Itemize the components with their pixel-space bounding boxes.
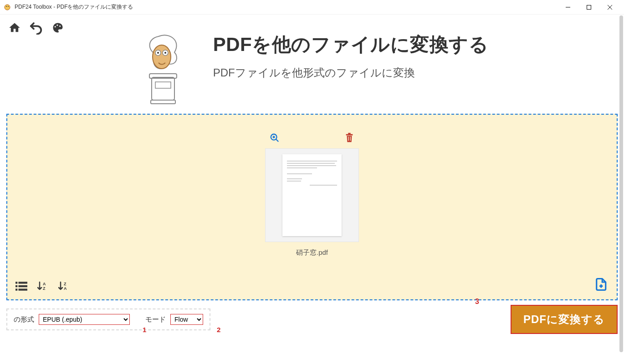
content-area: PDFを他のファイルに変換する PDFファイルを他形式のファイルに変換 — [0, 15, 624, 364]
svg-point-7 — [55, 26, 56, 27]
home-icon[interactable] — [8, 21, 21, 34]
dropzone[interactable]: 硝子窓.pdf AZ ZA — [6, 114, 618, 300]
file-name: 硝子窓.pdf — [296, 248, 328, 257]
options-row: の形式 EPUB (.epub) モード Flow 1 2 3 PDFに変換する — [6, 305, 618, 334]
svg-point-9 — [59, 25, 61, 27]
hero: PDFを他のファイルに変換する PDFファイルを他形式のファイルに変換 — [4, 32, 620, 105]
list-view-icon[interactable] — [15, 281, 27, 293]
delete-icon[interactable] — [344, 133, 354, 145]
page-preview — [282, 154, 342, 236]
annotation-marker-3: 3 — [475, 298, 479, 306]
mode-select[interactable]: Flow — [170, 314, 203, 325]
svg-text:Z: Z — [43, 286, 46, 291]
svg-rect-29 — [15, 285, 17, 287]
page-subtitle: PDFファイルを他形式のファイルに変換 — [213, 66, 489, 80]
sort-az-icon[interactable]: AZ — [37, 281, 48, 293]
svg-point-17 — [157, 52, 159, 54]
svg-point-0 — [5, 5, 10, 10]
sort-za-icon[interactable]: ZA — [58, 281, 69, 293]
titlebar: PDF24 Toolbox - PDFを他のファイルに変換する — [0, 0, 624, 15]
svg-rect-23 — [346, 134, 353, 136]
svg-rect-26 — [350, 136, 350, 141]
page-title: PDFを他のファイルに変換する — [213, 32, 489, 57]
svg-rect-31 — [15, 288, 17, 290]
svg-rect-13 — [151, 100, 175, 104]
svg-rect-30 — [19, 285, 28, 287]
svg-text:A: A — [43, 282, 46, 286]
svg-rect-4 — [587, 5, 591, 9]
file-actions — [264, 133, 360, 148]
format-select[interactable]: EPUB (.epub) — [39, 314, 130, 325]
svg-point-8 — [56, 25, 58, 26]
svg-line-20 — [276, 139, 279, 142]
svg-point-18 — [164, 52, 166, 54]
dropzone-view-controls: AZ ZA — [15, 281, 69, 293]
annotation-marker-1: 1 — [143, 326, 146, 334]
svg-rect-24 — [348, 133, 351, 134]
undo-icon[interactable] — [29, 21, 43, 35]
options-panel: の形式 EPUB (.epub) モード Flow 1 2 — [6, 308, 210, 330]
annotation-marker-2: 2 — [217, 326, 220, 334]
hero-text: PDFを他のファイルに変換する PDFファイルを他形式のファイルに変換 — [213, 32, 489, 80]
format-label: の形式 — [14, 315, 34, 324]
window-controls — [558, 0, 620, 15]
convert-button[interactable]: PDFに変換する — [511, 305, 618, 334]
svg-point-2 — [8, 6, 9, 7]
hero-illustration — [136, 32, 190, 105]
svg-rect-12 — [155, 82, 171, 88]
svg-text:A: A — [64, 286, 67, 291]
maximize-button[interactable] — [578, 0, 599, 15]
window-title: PDF24 Toolbox - PDFを他のファイルに変換する — [15, 3, 558, 11]
mode-label: モード — [145, 315, 166, 324]
file-thumbnail[interactable] — [265, 148, 359, 242]
svg-point-1 — [6, 6, 7, 7]
svg-point-14 — [153, 45, 171, 69]
svg-rect-25 — [348, 136, 348, 141]
file-item: 硝子窓.pdf — [264, 133, 360, 257]
add-file-icon[interactable] — [595, 278, 609, 293]
svg-rect-32 — [19, 288, 28, 290]
svg-rect-28 — [19, 282, 28, 283]
svg-rect-10 — [152, 77, 174, 100]
minimize-button[interactable] — [558, 0, 578, 15]
zoom-in-icon[interactable] — [270, 133, 280, 145]
close-button[interactable] — [599, 0, 620, 15]
svg-rect-27 — [15, 282, 17, 283]
theme-icon[interactable] — [51, 21, 65, 34]
app-icon — [4, 4, 11, 11]
svg-text:Z: Z — [64, 282, 66, 286]
